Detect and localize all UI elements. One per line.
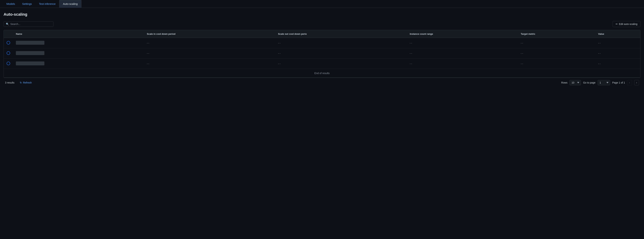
row-3-scale-out: - - bbox=[275, 59, 407, 69]
col-scale-in: Scale in cool down period bbox=[144, 30, 275, 38]
row-1-select[interactable] bbox=[4, 38, 13, 48]
row-2-value: - - bbox=[595, 48, 640, 59]
search-input[interactable] bbox=[10, 23, 51, 25]
col-select bbox=[4, 30, 13, 38]
page-content: Auto-scaling 🔍 ✏ Edit auto-scaling Name … bbox=[0, 8, 644, 92]
page-select[interactable]: 1 bbox=[598, 80, 610, 85]
row-3-name bbox=[13, 59, 144, 69]
search-icon: 🔍 bbox=[6, 23, 9, 25]
edit-auto-scaling-button[interactable]: ✏ Edit auto-scaling bbox=[613, 21, 640, 27]
name-placeholder-3 bbox=[16, 61, 44, 65]
row-3-instance-count: - - bbox=[407, 59, 518, 69]
tab-models[interactable]: Models bbox=[3, 0, 18, 8]
row-2-select[interactable] bbox=[4, 48, 13, 59]
refresh-button[interactable]: ↻ Refresh bbox=[18, 80, 34, 85]
row-3-scale-in: - - bbox=[144, 59, 275, 69]
tab-auto-scaling[interactable]: Auto-scaling bbox=[59, 0, 82, 8]
page-info: Page 1 of 1 bbox=[612, 81, 625, 84]
auto-scaling-table: Name Scale in cool down period Scale out… bbox=[4, 30, 640, 69]
row-1-target-metric: - - bbox=[518, 38, 595, 48]
row-2-instance-count: - - bbox=[407, 48, 518, 59]
row-1-scale-out: - - bbox=[275, 38, 407, 48]
row-3-target-metric: - - bbox=[518, 59, 595, 69]
row-2-scale-out: - - bbox=[275, 48, 407, 59]
col-name: Name bbox=[13, 30, 144, 38]
name-placeholder-2 bbox=[16, 51, 44, 55]
pagination-controls: Rows 10 25 50 100 Go to page 1 Page 1 of… bbox=[561, 80, 639, 85]
table-body: - - - - - - - - - - - - - - - - bbox=[4, 38, 640, 69]
tab-settings[interactable]: Settings bbox=[18, 0, 35, 8]
row-3-select[interactable] bbox=[4, 59, 13, 69]
rows-label: Rows bbox=[561, 81, 567, 84]
table-row: - - - - - - - - - - bbox=[4, 38, 640, 48]
go-to-page-label: Go to page bbox=[583, 81, 595, 84]
page-title: Auto-scaling bbox=[4, 12, 640, 17]
results-count: 3 results bbox=[5, 81, 14, 84]
radio-button-1[interactable] bbox=[6, 41, 10, 44]
row-1-value: - - bbox=[595, 38, 640, 48]
table-container: Name Scale in cool down period Scale out… bbox=[4, 30, 640, 78]
search-container: 🔍 bbox=[4, 21, 54, 27]
row-2-scale-in: - - bbox=[144, 48, 275, 59]
rows-per-page-select[interactable]: 10 25 50 100 bbox=[570, 80, 581, 85]
refresh-icon: ↻ bbox=[20, 81, 22, 84]
row-1-name bbox=[13, 38, 144, 48]
tab-test-inference[interactable]: Test inference bbox=[36, 0, 59, 8]
tabs-bar: Models Settings Test inference Auto-scal… bbox=[0, 0, 644, 8]
radio-button-2[interactable] bbox=[6, 51, 10, 55]
edit-button-label: Edit auto-scaling bbox=[619, 23, 638, 25]
prev-page-button[interactable]: ‹ bbox=[627, 80, 632, 85]
table-row: - - - - - - - - - - bbox=[4, 48, 640, 59]
row-1-instance-count: - - bbox=[407, 38, 518, 48]
radio-button-3[interactable] bbox=[6, 62, 10, 65]
col-target-metric: Target metric bbox=[518, 30, 595, 38]
col-value: Value bbox=[595, 30, 640, 38]
table-header: Name Scale in cool down period Scale out… bbox=[4, 30, 640, 38]
edit-icon: ✏ bbox=[616, 23, 618, 25]
end-of-results: End of results bbox=[4, 69, 640, 77]
col-scale-out: Scale out cool down perio bbox=[275, 30, 407, 38]
table-row: - - - - - - - - - - bbox=[4, 59, 640, 69]
row-2-name bbox=[13, 48, 144, 59]
next-page-button[interactable]: › bbox=[634, 80, 639, 85]
refresh-label: Refresh bbox=[23, 81, 32, 84]
row-2-target-metric: - - bbox=[518, 48, 595, 59]
col-instance-count: Instance count range bbox=[407, 30, 518, 38]
row-3-value: - - bbox=[595, 59, 640, 69]
name-placeholder-1 bbox=[16, 41, 44, 45]
table-footer: 3 results ↻ Refresh Rows 10 25 50 100 Go… bbox=[4, 78, 640, 87]
toolbar: 🔍 ✏ Edit auto-scaling bbox=[4, 21, 640, 27]
row-1-scale-in: - - bbox=[144, 38, 275, 48]
